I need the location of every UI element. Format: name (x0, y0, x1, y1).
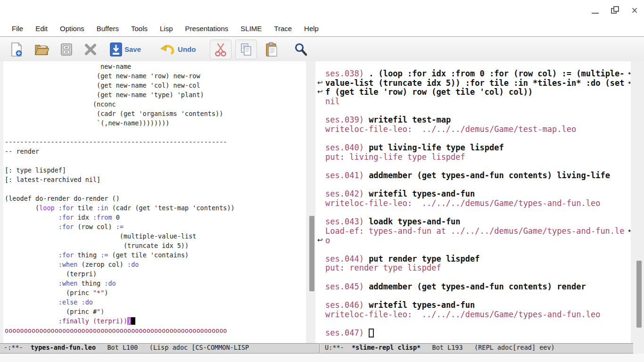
code-text: ses.045) (325, 282, 369, 291)
code-text: :when (58, 261, 78, 268)
code-line: (leodef do-render do-render () (5, 195, 306, 204)
code-text: put: living-life type lispdef (325, 152, 465, 162)
code-text: (cadr (get 'organisms 'contents)) (5, 110, 223, 117)
code-line: ses.046) writefil types-and-fun (325, 300, 631, 310)
code-text: :for (58, 251, 74, 259)
code-text: addmember (get types-and-fun contents) l… (369, 171, 610, 180)
code-text: writeloc-file-leo: ../../../demus/Game/t… (325, 124, 576, 134)
modeline-source: -:**- types-and-fun.leo Bot L100 (Lisp a… (0, 343, 320, 354)
code-line (5, 157, 306, 166)
menu-item-trace[interactable]: Trace (268, 21, 298, 36)
code-line: (cadr (get 'organisms 'contents)) (5, 110, 306, 119)
code-text: "*" (93, 289, 104, 296)
hollow-cursor (369, 329, 374, 337)
code-text: -- render (5, 148, 39, 155)
code-text: (zerop col) (77, 261, 127, 268)
cut-icon (213, 42, 228, 57)
line-wrap-continuation-icon: ↩ (317, 79, 323, 86)
repl-buffer-pane[interactable]: ses.038) . (loop :for idx :from 0 :for (… (315, 61, 631, 343)
code-line: :finally (terpri))) (5, 317, 306, 327)
code-text: :when (58, 280, 78, 287)
close-button[interactable]: × (629, 4, 640, 17)
code-line: (nconc (5, 100, 306, 110)
left-scrollbar-thumb[interactable] (309, 216, 314, 291)
code-line: (terpri) (5, 270, 306, 280)
code-text: tile (74, 204, 97, 212)
save-button[interactable]: Save (109, 40, 141, 59)
menu-item-presentations[interactable]: Presentations (179, 21, 235, 36)
menu-item-slime[interactable]: SLIME (234, 21, 268, 36)
code-text: thing (74, 251, 100, 259)
menu-item-lisp[interactable]: Lisp (154, 21, 179, 36)
source-buffer-pane[interactable]: new-name (get new-name 'row) new-row (ge… (0, 61, 306, 343)
code-text: (row col) (74, 223, 116, 230)
code-text: writeloc-file-leo: ../../../demus/Game/t… (325, 198, 600, 208)
code-line: :when (zerop col) :do (5, 261, 306, 270)
code-text: ses.038) (325, 69, 369, 78)
code-text: thing (77, 280, 104, 287)
block-cursor (131, 317, 135, 325)
code-text: :else (58, 298, 78, 306)
cut-button[interactable] (210, 40, 231, 59)
code-line: `(,new-name)))))))) (5, 119, 306, 129)
modeline-repl: U:**- *slime-repl clisp* Bot L193 (REPL … (320, 343, 633, 354)
minimize-button[interactable] (592, 13, 599, 14)
code-text: (get new-name 'col) new-col (5, 82, 200, 89)
menu-item-help[interactable]: Help (298, 21, 325, 36)
code-text: `(,new-name)))))))) (5, 119, 170, 127)
file-cabinet-icon (59, 42, 74, 57)
code-line: (get new-name 'type) 'plant) (5, 91, 306, 100)
undo-button[interactable]: Undo (160, 40, 196, 59)
copy-button[interactable] (235, 40, 257, 59)
code-line: new-name (5, 63, 306, 72)
code-line (325, 180, 631, 189)
tool-bar: Save Undo (0, 37, 644, 61)
menu-item-tools[interactable]: Tools (125, 21, 154, 36)
code-line: ----------------------------------------… (5, 138, 306, 148)
code-text: :from (93, 214, 112, 221)
close-buffer-button[interactable] (84, 40, 97, 59)
undo-icon (160, 43, 176, 56)
code-text: ses.043) (325, 217, 369, 226)
code-text: ) (104, 289, 108, 296)
code-text (5, 214, 58, 221)
code-text: f (get tile 'row) row (get tile 'col) co… (325, 87, 533, 97)
code-text: . (loop :for idx :from 0 :for (row col) … (369, 69, 624, 78)
code-line: ses.042) writefil types-and-fun (325, 189, 631, 198)
code-text: ses.044) (325, 254, 369, 263)
code-line: :for (row col) := (5, 223, 306, 232)
code-text: ses.041) (325, 171, 369, 180)
echo-area[interactable] (0, 354, 644, 362)
code-text (5, 298, 58, 306)
code-line (325, 319, 631, 328)
new-file-button[interactable] (9, 40, 24, 59)
code-line: :else :do (5, 298, 306, 308)
code-text: ----------------------------------------… (5, 138, 227, 146)
code-line (325, 133, 631, 143)
menu-item-file[interactable]: File (6, 21, 29, 36)
code-line: (truncate idx 5)) (5, 242, 306, 251)
open-file-button[interactable] (34, 40, 49, 59)
menu-item-options[interactable]: Options (54, 21, 91, 36)
code-text: 0 (112, 214, 120, 221)
code-line: :when thing :do (5, 280, 306, 289)
menu-item-edit[interactable]: Edit (29, 21, 54, 36)
search-button[interactable] (294, 40, 308, 59)
menu-item-buffers[interactable]: Buffers (91, 21, 125, 36)
code-text: :for (58, 204, 74, 212)
code-text (5, 223, 58, 230)
code-text (5, 251, 58, 259)
paste-button[interactable] (264, 40, 279, 59)
code-line (325, 208, 631, 217)
code-text (5, 261, 58, 268)
restore-button[interactable] (611, 6, 619, 14)
code-line: oooooooooooooooooooooooooooooooooooooooo… (5, 327, 306, 336)
code-text: put living-life type lispdef (369, 143, 504, 152)
right-scrollbar-thumb[interactable] (636, 261, 642, 328)
left-pane-scrollbar[interactable] (306, 61, 315, 343)
new-file-icon (9, 42, 24, 57)
paste-icon (264, 42, 279, 57)
dired-button[interactable] (59, 40, 74, 59)
right-pane-scrollbar[interactable] (631, 61, 644, 343)
code-line: ses.040) put living-life type lispdef (325, 143, 631, 152)
